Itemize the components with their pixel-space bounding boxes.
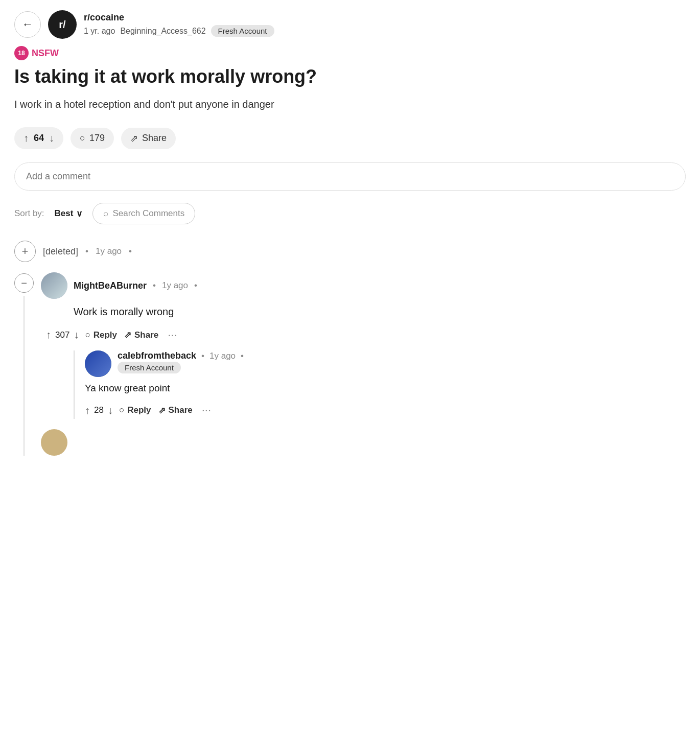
share-button[interactable]: ⇗ Share (121, 128, 176, 149)
deleted-author: [deleted] (43, 246, 78, 257)
reply-reply-bubble-icon: ○ (119, 405, 124, 415)
post-author[interactable]: Beginning_Access_662 (120, 27, 205, 36)
comment-thread-mightbeaburner: − MightBeABurner • 1y ago • Work is mora… (14, 272, 686, 456)
partial-comment (41, 429, 686, 456)
comment-share-icon: ⇗ (124, 330, 131, 340)
fresh-account-badge: Fresh Account (211, 25, 274, 37)
reply-share-icon: ⇗ (158, 405, 166, 416)
post-title: Is taking it at work morally wrong? (14, 65, 686, 87)
comment-vote-count: 307 (55, 330, 69, 340)
reply-dot: • (201, 351, 204, 361)
minus-icon: − (21, 277, 27, 289)
reply-downvote-button[interactable]: ↓ (108, 405, 113, 416)
reply-avatar-image (85, 350, 111, 377)
reply-body-caleb: Ya know great point (85, 381, 686, 396)
reply-comment-caleb: calebfromtheback • 1y ago • Fresh Accoun… (85, 350, 686, 419)
search-comments-button[interactable]: ⌕ Search Comments (92, 203, 195, 224)
comment-vote-pill: ↑ 307 ↓ (46, 329, 79, 341)
reply-more-button[interactable]: ··· (199, 404, 214, 417)
comment-dot2: • (194, 280, 197, 291)
comment-dot: • (153, 280, 156, 291)
comment-downvote-icon: ↓ (74, 329, 79, 340)
subreddit-avatar-text: r/ (59, 19, 65, 31)
reply-username-row: calebfromtheback • 1y ago • (118, 350, 244, 361)
plus-icon: + (22, 245, 29, 258)
comment-input-container[interactable] (14, 162, 686, 191)
deleted-comment-row: + [deleted] • 1y ago • (14, 241, 686, 262)
comment-upvote-icon: ↑ (46, 329, 51, 340)
reply-reply-button[interactable]: ○ Reply (118, 402, 152, 418)
reply-upvote-button[interactable]: ↑ (85, 405, 90, 416)
avatar-image (41, 272, 67, 299)
sort-button[interactable]: Best ∨ (55, 208, 83, 219)
subreddit-avatar: r/ (48, 10, 77, 39)
reply-fresh-badge: Fresh Account (118, 362, 181, 373)
post-time-ago: 1 yr. ago (84, 27, 115, 36)
reply-vote-count: 28 (94, 405, 104, 415)
comments-count: 179 (89, 133, 105, 144)
nsfw-age: 18 (14, 46, 29, 60)
sort-value: Best (55, 208, 74, 219)
reply-thread: calebfromtheback • 1y ago • Fresh Accoun… (74, 350, 686, 419)
comment-username[interactable]: MightBeABurner (74, 280, 147, 291)
comment-input[interactable] (26, 171, 674, 182)
comments-icon: ○ (80, 133, 85, 144)
comment-share-label: Share (134, 330, 158, 340)
reply-username[interactable]: calebfromtheback (118, 350, 196, 361)
thread-line (24, 296, 25, 456)
thread-content: MightBeABurner • 1y ago • Work is morall… (41, 272, 686, 456)
downvote-icon: ↓ (49, 132, 54, 144)
upvote-button[interactable]: ↑ (24, 132, 29, 144)
reply-vote-pill: ↑ 28 ↓ (85, 405, 113, 416)
deleted-dot2: • (129, 246, 132, 256)
reply-more-icon: ··· (202, 404, 211, 416)
comment-reply-button[interactable]: ○ Reply (84, 327, 118, 343)
comment-downvote-button[interactable]: ↓ (74, 329, 79, 341)
subreddit-name[interactable]: r/cocaine (84, 12, 274, 23)
reply-meta: calebfromtheback • 1y ago • Fresh Accoun… (118, 350, 244, 372)
more-icon: ··· (168, 329, 177, 341)
reply-share-button[interactable]: ⇗ Share (157, 402, 194, 419)
sort-search-row: Sort by: Best ∨ ⌕ Search Comments (14, 203, 686, 224)
collapse-line-area: − (14, 273, 34, 456)
collapse-button[interactable]: + (14, 241, 36, 262)
sort-label: Sort by: (14, 208, 44, 219)
deleted-dot: • (85, 246, 88, 256)
comment-share-button[interactable]: ⇗ Share (123, 326, 159, 343)
downvote-button[interactable]: ↓ (49, 132, 54, 144)
comment-more-button[interactable]: ··· (165, 329, 180, 342)
back-icon: ← (22, 18, 33, 31)
comments-button[interactable]: ○ 179 (71, 128, 114, 149)
back-button[interactable]: ← (14, 11, 41, 38)
reply-share-label: Share (169, 405, 193, 415)
comment-upvote-button[interactable]: ↑ (46, 329, 51, 341)
reply-author-row: calebfromtheback • 1y ago • Fresh Accoun… (85, 350, 686, 377)
reply-time: 1y ago (209, 351, 236, 361)
comment-author-row: MightBeABurner • 1y ago • (41, 272, 686, 299)
reply-avatar-caleb (85, 350, 111, 377)
action-bar: ↑ 64 ↓ ○ 179 ⇗ Share (14, 127, 686, 149)
comment-avatar-mightbeaburner (41, 272, 67, 299)
reply-upvote-icon: ↑ (85, 405, 90, 416)
nsfw-badge: 18 NSFW (14, 46, 686, 60)
reply-downvote-icon: ↓ (108, 405, 113, 416)
upvote-icon: ↑ (24, 132, 29, 144)
comment-time: 1y ago (162, 280, 188, 291)
collapse-thread-button[interactable]: − (14, 273, 34, 293)
post-body: I work in a hotel reception and don't pu… (14, 97, 686, 112)
share-label: Share (142, 133, 167, 144)
search-comments-label: Search Comments (112, 208, 184, 219)
comment-actions-row: ↑ 307 ↓ ○ Reply ⇗ Share (41, 326, 686, 343)
nsfw-label: NSFW (32, 48, 59, 59)
post-meta: r/cocaine 1 yr. ago Beginning_Access_662… (84, 12, 274, 37)
reply-bubble-icon: ○ (85, 330, 90, 340)
deleted-time: 1y ago (96, 246, 122, 256)
share-icon: ⇗ (130, 133, 138, 144)
reply-reply-label: Reply (127, 405, 151, 415)
vote-pill: ↑ 64 ↓ (14, 127, 63, 149)
vote-count: 64 (34, 133, 44, 144)
partial-avatar (41, 429, 67, 456)
search-icon: ⌕ (103, 208, 108, 219)
reply-label: Reply (94, 330, 117, 340)
comments-section: + [deleted] • 1y ago • − MightB (14, 241, 686, 456)
